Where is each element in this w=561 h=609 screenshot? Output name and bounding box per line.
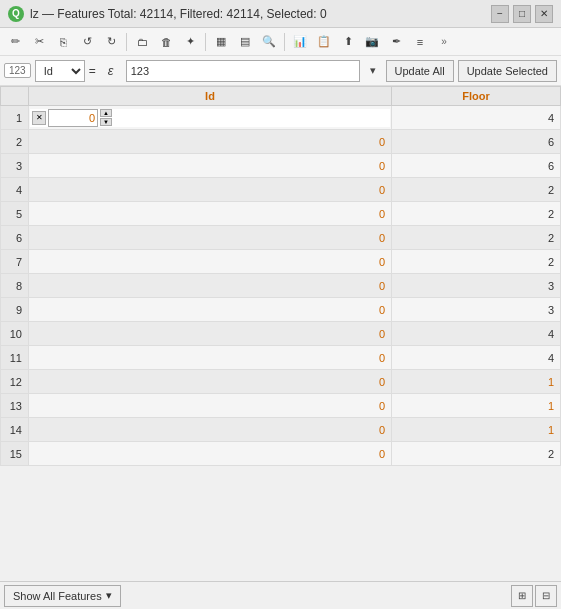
toolbar-star-btn[interactable]: ✦	[179, 31, 201, 53]
cell-floor[interactable]: 2	[392, 226, 561, 250]
cell-spin-up-button[interactable]: ▲	[100, 109, 112, 117]
cell-floor[interactable]: 3	[392, 274, 561, 298]
cell-id[interactable]: ✕▲▼	[29, 106, 392, 130]
toolbar-clipboard-btn[interactable]: 📋	[313, 31, 335, 53]
cell-floor[interactable]: 1	[392, 418, 561, 442]
minimize-button[interactable]: −	[491, 5, 509, 23]
toolbar-more-btn[interactable]: »	[433, 31, 455, 53]
close-button[interactable]: ✕	[535, 5, 553, 23]
cell-id[interactable]: 0	[29, 442, 392, 466]
scroll-area: Id Floor 1✕▲▼420630640250260270280390310…	[0, 86, 561, 581]
cell-floor[interactable]: 2	[392, 442, 561, 466]
main-content: ✏ ✂ ⎘ ↺ ↻ 🗀 🗑 ✦ ▦ ▤ 🔍 📊 📋 ⬆ 📷 ✒ ≡ » 123 …	[0, 28, 561, 609]
cell-id[interactable]: 0	[29, 226, 392, 250]
cell-floor[interactable]: 2	[392, 178, 561, 202]
table-row[interactable]: 1502	[1, 442, 561, 466]
title-bar: Q lz — Features Total: 42114, Filtered: …	[0, 0, 561, 28]
toolbar-camera-btn[interactable]: 📷	[361, 31, 383, 53]
toolbar-filter-btn[interactable]: ▦	[210, 31, 232, 53]
dropdown-arrow-btn[interactable]: ▾	[364, 60, 382, 82]
toolbar-edit-btn[interactable]: ✏	[4, 31, 26, 53]
cell-floor[interactable]: 6	[392, 154, 561, 178]
toolbar-cut-btn[interactable]: ✂	[28, 31, 50, 53]
cell-id[interactable]: 0	[29, 178, 392, 202]
toolbar-copy-btn[interactable]: ⎘	[52, 31, 74, 53]
cell-floor[interactable]: 1	[392, 394, 561, 418]
maximize-button[interactable]: □	[513, 5, 531, 23]
cell-floor[interactable]: 4	[392, 106, 561, 130]
toolbar-undo-btn[interactable]: ↺	[76, 31, 98, 53]
cell-floor[interactable]: 4	[392, 322, 561, 346]
cell-floor[interactable]: 6	[392, 130, 561, 154]
cell-id[interactable]: 0	[29, 298, 392, 322]
table-row[interactable]: 1301	[1, 394, 561, 418]
toolbar-sep-2	[205, 33, 206, 51]
cell-spinner: ▲▼	[100, 109, 112, 126]
field-name-select[interactable]: Id	[35, 60, 85, 82]
toolbar-folder-btn[interactable]: 🗀	[131, 31, 153, 53]
bottom-bar: Show All Features ▾ ⊞ ⊟	[0, 581, 561, 609]
row-num-cell: 6	[1, 226, 29, 250]
cell-id[interactable]: 0	[29, 154, 392, 178]
table-row[interactable]: 903	[1, 298, 561, 322]
table-row[interactable]: 803	[1, 274, 561, 298]
cell-floor[interactable]: 1	[392, 370, 561, 394]
show-features-button[interactable]: Show All Features ▾	[4, 585, 121, 607]
col-header-floor[interactable]: Floor	[392, 87, 561, 106]
cell-floor[interactable]: 2	[392, 250, 561, 274]
row-num-cell: 7	[1, 250, 29, 274]
row-num-cell: 10	[1, 322, 29, 346]
table-icon-button[interactable]: ⊟	[535, 585, 557, 607]
toolbar-pen-btn[interactable]: ✒	[385, 31, 407, 53]
cell-spin-down-button[interactable]: ▼	[100, 118, 112, 126]
toolbar-sep-1	[126, 33, 127, 51]
cell-id[interactable]: 0	[29, 418, 392, 442]
toolbar-select-btn[interactable]: ▤	[234, 31, 256, 53]
toolbar-redo-btn[interactable]: ↻	[100, 31, 122, 53]
cell-floor[interactable]: 3	[392, 298, 561, 322]
epsilon-button[interactable]: ε	[100, 60, 122, 82]
cell-id[interactable]: 0	[29, 346, 392, 370]
col-header-id[interactable]: Id	[29, 87, 392, 106]
table-row[interactable]: 1401	[1, 418, 561, 442]
table-row[interactable]: 1004	[1, 322, 561, 346]
table-row[interactable]: 602	[1, 226, 561, 250]
table-wrap[interactable]: Id Floor 1✕▲▼420630640250260270280390310…	[0, 86, 561, 581]
cell-id[interactable]: 0	[29, 250, 392, 274]
show-features-dropdown-icon: ▾	[106, 589, 112, 602]
cell-id[interactable]: 0	[29, 202, 392, 226]
cell-id-input[interactable]	[48, 109, 98, 127]
cell-id[interactable]: 0	[29, 370, 392, 394]
toolbar-query-btn[interactable]: 🔍	[258, 31, 280, 53]
toolbar-up-btn[interactable]: ⬆	[337, 31, 359, 53]
field-value-input[interactable]	[126, 60, 360, 82]
table-row[interactable]: 402	[1, 178, 561, 202]
update-selected-button[interactable]: Update Selected	[458, 60, 557, 82]
pan-icon-button[interactable]: ⊞	[511, 585, 533, 607]
update-all-button[interactable]: Update All	[386, 60, 454, 82]
field-editor-row: 123 Id = ε ▾ Update All Update Selected	[0, 56, 561, 86]
table-row[interactable]: 1201	[1, 370, 561, 394]
toolbar-sep-3	[284, 33, 285, 51]
cell-clear-button[interactable]: ✕	[32, 111, 46, 125]
table-row[interactable]: 206	[1, 130, 561, 154]
table-row[interactable]: 306	[1, 154, 561, 178]
toolbar: ✏ ✂ ⎘ ↺ ↻ 🗀 🗑 ✦ ▦ ▤ 🔍 📊 📋 ⬆ 📷 ✒ ≡ »	[0, 28, 561, 56]
attribute-table: Id Floor 1✕▲▼420630640250260270280390310…	[0, 86, 561, 466]
cell-id[interactable]: 0	[29, 322, 392, 346]
table-row[interactable]: 1104	[1, 346, 561, 370]
table-row[interactable]: 1✕▲▼4	[1, 106, 561, 130]
row-num-cell: 1	[1, 106, 29, 130]
toolbar-menu-btn[interactable]: ≡	[409, 31, 431, 53]
toolbar-delete-btn[interactable]: 🗑	[155, 31, 177, 53]
table-row[interactable]: 502	[1, 202, 561, 226]
cell-floor[interactable]: 4	[392, 346, 561, 370]
row-num-cell: 4	[1, 178, 29, 202]
cell-id[interactable]: 0	[29, 130, 392, 154]
toolbar-stats-btn[interactable]: 📊	[289, 31, 311, 53]
cell-id[interactable]: 0	[29, 394, 392, 418]
row-num-cell: 11	[1, 346, 29, 370]
cell-floor[interactable]: 2	[392, 202, 561, 226]
table-row[interactable]: 702	[1, 250, 561, 274]
cell-id[interactable]: 0	[29, 274, 392, 298]
